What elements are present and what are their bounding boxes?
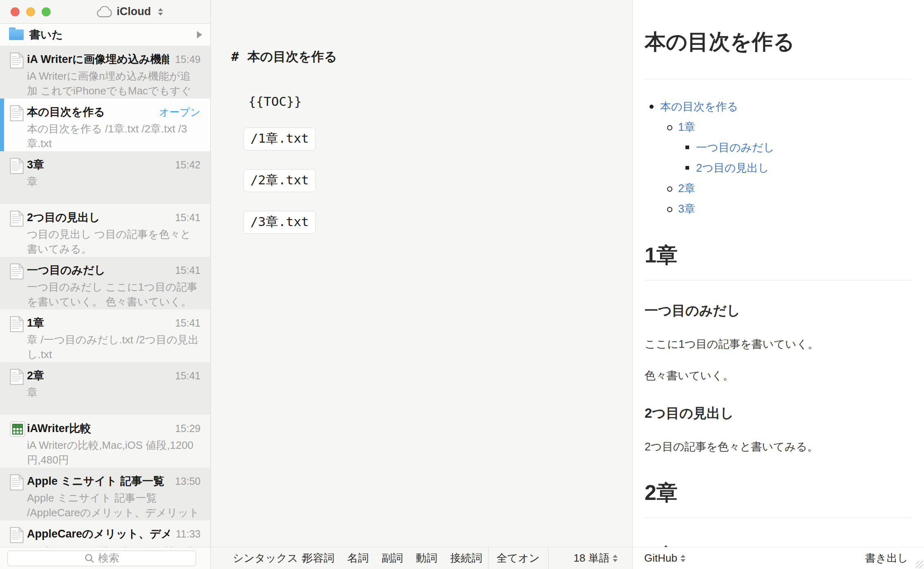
preview-heading: 2章 <box>645 479 911 506</box>
document-icon <box>10 369 24 385</box>
doc-preview: Apple ミニサイト 記事一覧 /AppleCareのメリット、デメリットまと… <box>27 491 201 520</box>
preview-heading: 1章 <box>645 242 911 269</box>
toc-link[interactable]: 2つ目の見出し <box>696 162 769 174</box>
document-list-item[interactable]: 2章 15:41 章 <box>0 362 210 415</box>
library-selector[interactable]: iCloud <box>96 5 163 18</box>
search-icon <box>84 553 95 564</box>
doc-preview: つ目の見出し つ目の記事を色々と書いてみる。 <box>27 227 201 256</box>
folder-icon <box>9 29 24 40</box>
word-type-button[interactable]: 形容詞 <box>302 551 334 565</box>
preview-sections: 1章一つ目のみだしここに1つ目の記事を書いていく。色々書いていく。2つ目の見出し… <box>645 242 911 547</box>
folder-name: 書いた <box>29 27 197 42</box>
doc-title: 2章 <box>27 368 169 383</box>
word-type-button[interactable]: 名詞 <box>347 551 368 565</box>
word-count-dropdown[interactable]: 18 単語 <box>574 547 618 569</box>
toc-link[interactable]: 本の目次を作る <box>660 101 738 113</box>
doc-preview: 章 /一つ目のみだし.txt /2つ目の見出し.txt <box>27 332 201 362</box>
doc-title: 一つ目のみだし <box>27 263 169 278</box>
word-count-label: 18 単語 <box>574 551 609 565</box>
ia-writer-window: iCloud 書いた <box>0 0 924 569</box>
document-list-item[interactable]: 本の目次を作る オープン 本の目次を作る /1章.txt /2章.txt /3章… <box>0 99 210 151</box>
toc-token: {{TOC}} <box>248 94 632 109</box>
editor-pane: #本の目次を作る {{TOC}} /1章.txt/2章.txt/3章.txt シ… <box>211 0 632 569</box>
sidebar-titlebar: iCloud <box>0 0 210 24</box>
horizontal-rule <box>645 517 911 518</box>
toc-entry: 2つ目の見出し <box>645 160 911 176</box>
toc-link[interactable]: 2章 <box>678 182 695 195</box>
doc-preview: AppleCareのメリット、デメリットまと <box>27 543 201 547</box>
doc-title: Apple ミニサイト 記事一覧 <box>27 474 169 488</box>
zoom-window-button[interactable] <box>42 7 51 16</box>
document-list-item[interactable]: 1章 15:41 章 /一つ目のみだし.txt /2つ目の見出し.txt <box>0 309 210 362</box>
embedded-file-block[interactable]: /1章.txt <box>243 128 316 150</box>
preview-paragraph: 色々書いていく。 <box>645 369 911 383</box>
doc-preview: 一つ目のみだし ここに1つ目の記事を書いていく。 色々書いていく。 <box>27 280 201 309</box>
window-resize-grip[interactable] <box>916 561 923 568</box>
search-placeholder: 検索 <box>98 551 119 565</box>
document-list-item[interactable]: Apple ミニサイト 記事一覧 13:50 Apple ミニサイト 記事一覧 … <box>0 468 210 520</box>
doc-title: 1章 <box>27 316 169 330</box>
markdown-heading-line: #本の目次を作る <box>231 48 632 65</box>
doc-title: iA Writerに画像埋め込み機能… <box>27 52 169 67</box>
doc-preview: 章 <box>27 174 201 189</box>
document-list-item[interactable]: 3章 15:42 章 <box>0 151 210 204</box>
document-icon <box>10 527 24 543</box>
content-block-list: /1章.txt/2章.txt/3章.txt <box>231 109 632 234</box>
doc-title: AppleCareのメリット、デメリ… <box>27 526 170 541</box>
cloud-icon <box>96 6 113 18</box>
doc-time: 15:42 <box>175 159 201 171</box>
horizontal-rule <box>645 79 911 79</box>
document-list-item[interactable]: iA Writerに画像埋め込み機能… 15:49 iA Writerに画像n埋… <box>0 46 210 99</box>
export-button[interactable]: 書き出し <box>865 547 908 569</box>
folder-row[interactable]: 書いた <box>0 24 210 45</box>
document-list-item[interactable]: AppleCareのメリット、デメリ… 11:33 AppleCareのメリット… <box>0 520 210 547</box>
document-list-item[interactable]: 2つ目の見出し 15:41 つ目の見出し つ目の記事を色々と書いてみる。 <box>0 204 210 257</box>
doc-preview: 章 <box>27 385 201 400</box>
preview-pane: 本の目次を作る 本の目次を作る1章一つ目のみだし2つ目の見出し2章3章 1章一つ… <box>632 0 924 569</box>
document-icon <box>10 158 24 174</box>
document-list-item[interactable]: iAWriter比較 15:29 iA Writerの比較,Mac,iOS 値段… <box>0 415 210 468</box>
minimize-window-button[interactable] <box>26 7 35 16</box>
doc-time: 15:29 <box>175 423 201 435</box>
document-icon <box>10 52 24 69</box>
word-type-button[interactable]: 動詞 <box>416 551 437 565</box>
embedded-file-block[interactable]: /2章.txt <box>243 169 316 192</box>
preview-status-bar: GitHub 書き出し <box>633 547 924 569</box>
chevron-right-icon[interactable] <box>197 31 202 38</box>
preview-document: 本の目次を作る 本の目次を作る1章一つ目のみだし2つ目の見出し2章3章 1章一つ… <box>633 0 924 547</box>
table-icon <box>10 421 25 437</box>
editor-text-area[interactable]: #本の目次を作る {{TOC}} /1章.txt/2章.txt/3章.txt <box>211 0 632 547</box>
horizontal-rule <box>645 280 911 280</box>
doc-title: 3章 <box>27 157 169 172</box>
toc-link[interactable]: 3章 <box>678 203 695 215</box>
preview-template-dropdown[interactable]: GitHub <box>644 547 685 569</box>
embedded-file-block[interactable]: /3章.txt <box>243 211 316 234</box>
toc-entry: 3章 <box>645 201 911 217</box>
preview-paragraph: 2つ目の記事を色々と書いてみる。 <box>645 440 911 454</box>
document-list-item[interactable]: 一つ目のみだし 15:41 一つ目のみだし ここに1つ目の記事を書いていく。 色… <box>0 257 210 309</box>
word-type-button[interactable]: 接続詞 <box>450 551 482 565</box>
toc-list: 本の目次を作る1章一つ目のみだし2つ目の見出し2章3章 <box>645 99 911 217</box>
toc-link[interactable]: 1章 <box>678 121 695 133</box>
library-label: iCloud <box>117 5 151 18</box>
search-input[interactable]: 検索 <box>7 551 196 566</box>
document-icon <box>10 105 24 121</box>
document-icon <box>10 211 24 227</box>
editor-status-bar: シンタックス 形容詞名詞副詞動詞接続詞 全てオン 18 単語 <box>211 547 632 569</box>
toc-entry: 一つ目のみだし <box>645 140 911 155</box>
close-window-button[interactable] <box>11 7 20 16</box>
toc-entry: 本の目次を作る <box>645 99 911 114</box>
toc-entry: 1章 <box>645 119 911 135</box>
doc-preview: iA Writerに画像n埋め込み機能が追加 これでiPhoneでもMacでもす… <box>27 69 201 98</box>
word-type-buttons: 形容詞名詞副詞動詞接続詞 <box>302 547 482 569</box>
preview-paragraph: ここに1つ目の記事を書いていく。 <box>645 337 911 352</box>
template-label: GitHub <box>644 552 677 565</box>
syntax-dropdown[interactable]: シンタックス <box>233 547 306 569</box>
all-on-button[interactable]: 全てオン <box>488 547 548 569</box>
doc-time: 15:49 <box>175 54 201 65</box>
toc-entry: 2章 <box>645 181 911 196</box>
doc-time: 15:41 <box>175 212 201 224</box>
toc-link[interactable]: 一つ目のみだし <box>696 141 774 154</box>
preview-title: 本の目次を作る <box>645 29 911 55</box>
word-type-button[interactable]: 副詞 <box>382 551 403 565</box>
